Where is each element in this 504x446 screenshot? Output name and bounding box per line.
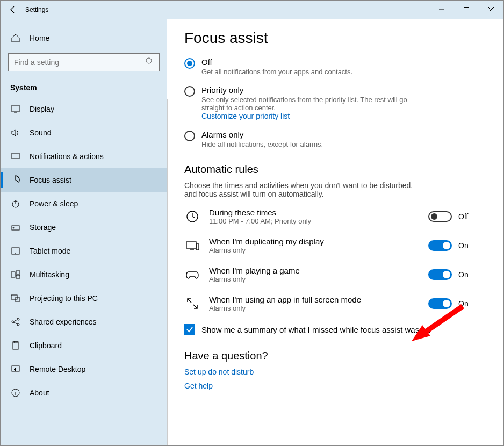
titlebar: Settings	[1, 1, 503, 19]
sidebar-item-sound[interactable]: Sound	[1, 121, 167, 145]
nav-label: Shared experiences	[30, 318, 97, 326]
shared-icon	[10, 317, 21, 327]
search-icon	[145, 57, 154, 68]
toggle-state: On	[458, 299, 469, 308]
rule-playing-game[interactable]: When I'm playing a gameAlarms only On	[184, 266, 482, 283]
rule-title: When I'm using an app in full screen mod…	[209, 295, 420, 304]
search-box[interactable]	[8, 53, 160, 71]
help-link-dnd[interactable]: Set up do not disturb	[184, 368, 482, 376]
home-icon	[10, 33, 21, 43]
nav-label: Notifications & actions	[30, 152, 104, 161]
sidebar-item-about[interactable]: About	[1, 381, 167, 405]
checkbox-checked-icon	[184, 324, 195, 335]
home-nav[interactable]: Home	[1, 26, 167, 50]
svg-rect-22	[186, 242, 196, 248]
duplicate-display-icon	[184, 239, 200, 253]
svg-rect-2	[11, 106, 20, 111]
rule-title: When I'm duplicating my display	[209, 237, 420, 246]
search-input[interactable]	[14, 58, 145, 67]
nav-label: Display	[30, 105, 54, 113]
svg-point-1	[146, 58, 152, 63]
rule-duplicating-display[interactable]: When I'm duplicating my displayAlarms on…	[184, 237, 482, 254]
sidebar-item-clipboard[interactable]: Clipboard	[1, 334, 167, 357]
toggle-state: Off	[458, 212, 468, 221]
sidebar-item-display[interactable]: Display	[1, 97, 167, 121]
svg-point-14	[12, 321, 14, 323]
page-title: Focus assist	[184, 30, 482, 47]
sidebar-item-tablet[interactable]: Tablet mode	[1, 239, 167, 263]
sidebar-item-remote[interactable]: Remote Desktop	[1, 357, 167, 381]
svg-point-6	[13, 227, 14, 228]
sidebar-item-multitasking[interactable]: Multitasking	[1, 263, 167, 286]
nav-label: Tablet mode	[30, 247, 70, 255]
minimize-button[interactable]	[429, 1, 454, 19]
radio-alarms-only[interactable]: Alarms only Hide all notifications, exce…	[184, 130, 482, 148]
maximize-button[interactable]	[454, 1, 479, 19]
nav-label: Focus assist	[30, 176, 71, 184]
clipboard-icon	[10, 341, 21, 350]
main-content: Focus assist Off Get all notifications f…	[167, 19, 503, 445]
automatic-rules-desc: Choose the times and activities when you…	[184, 181, 421, 198]
nav-label: Storage	[30, 223, 56, 232]
focus-assist-icon	[10, 175, 21, 185]
rule-toggle[interactable]	[428, 298, 452, 309]
display-icon	[10, 104, 21, 114]
storage-icon	[10, 222, 21, 232]
radio-title: Alarms only	[201, 130, 323, 139]
projecting-icon	[10, 293, 21, 303]
rule-desc: Alarms only	[209, 246, 420, 254]
svg-point-8	[16, 253, 16, 254]
rule-during-times[interactable]: During these times11:00 PM - 7:00 AM; Pr…	[184, 208, 482, 225]
sidebar-section-label: System	[1, 77, 167, 97]
multitasking-icon	[10, 270, 21, 279]
checkbox-label: Show me a summary of what I missed while…	[201, 325, 430, 334]
radio-desc: Hide all notifications, except for alarm…	[201, 140, 323, 148]
svg-rect-23	[196, 244, 199, 250]
svg-rect-0	[464, 8, 469, 12]
fullscreen-icon	[184, 297, 200, 311]
rule-toggle[interactable]	[428, 269, 452, 280]
clock-icon	[184, 210, 200, 224]
radio-indicator	[184, 86, 195, 97]
svg-rect-9	[11, 272, 15, 277]
svg-point-15	[17, 318, 19, 320]
rule-desc: 11:00 PM - 7:00 AM; Priority only	[209, 217, 420, 225]
summary-checkbox-row[interactable]: Show me a summary of what I missed while…	[184, 324, 482, 335]
radio-indicator	[184, 58, 195, 69]
sidebar-item-focus-assist[interactable]: Focus assist	[1, 168, 167, 192]
rule-toggle[interactable]	[428, 211, 452, 222]
automatic-rules-heading: Automatic rules	[184, 163, 482, 176]
rule-fullscreen-app[interactable]: When I'm using an app in full screen mod…	[184, 295, 482, 312]
radio-priority-only[interactable]: Priority only See only selected notifica…	[184, 85, 482, 120]
close-button[interactable]	[479, 1, 503, 19]
rule-desc: Alarms only	[209, 304, 420, 312]
radio-desc: See only selected notifications from the…	[201, 96, 427, 112]
notifications-icon	[10, 152, 21, 161]
game-icon	[184, 268, 200, 282]
svg-rect-12	[11, 295, 17, 299]
sidebar-item-notifications[interactable]: Notifications & actions	[1, 145, 167, 168]
svg-rect-10	[16, 271, 20, 274]
nav-label: Remote Desktop	[30, 365, 85, 373]
rule-desc: Alarms only	[209, 275, 420, 283]
rule-title: During these times	[209, 208, 420, 217]
focus-assist-mode-radio-group: Off Get all notifications from your apps…	[184, 57, 482, 148]
customize-priority-link[interactable]: Customize your priority list	[201, 112, 427, 120]
sidebar-item-shared[interactable]: Shared experiences	[1, 310, 167, 334]
radio-desc: Get all notifications from your apps and…	[201, 68, 352, 76]
window-title: Settings	[25, 6, 48, 13]
nav-label: Projecting to this PC	[30, 294, 98, 303]
sidebar-item-projecting[interactable]: Projecting to this PC	[1, 286, 167, 310]
svg-point-16	[17, 323, 19, 326]
radio-title: Priority only	[201, 85, 427, 95]
back-button[interactable]	[1, 1, 25, 19]
sidebar-item-storage[interactable]: Storage	[1, 215, 167, 239]
about-icon	[10, 388, 21, 398]
radio-off[interactable]: Off Get all notifications from your apps…	[184, 57, 482, 76]
radio-title: Off	[201, 57, 352, 67]
scrollbar[interactable]	[167, 99, 168, 445]
nav-label: Sound	[30, 128, 51, 137]
rule-toggle[interactable]	[428, 240, 452, 251]
sidebar-item-power[interactable]: Power & sleep	[1, 192, 167, 215]
help-link-get-help[interactable]: Get help	[184, 382, 482, 390]
